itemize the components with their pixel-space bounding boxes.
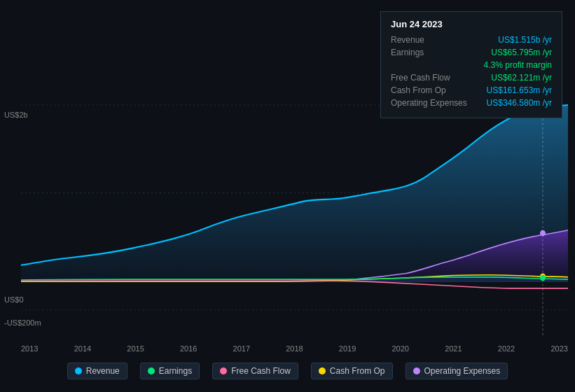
- earnings-dot: [148, 368, 155, 374]
- x-label-2017: 2017: [233, 344, 250, 353]
- x-label-2022: 2022: [498, 344, 515, 353]
- free-cash-value: US$62.121m /yr: [491, 73, 552, 83]
- chart-container: Jun 24 2023 Revenue US$1.515b /yr Earnin…: [0, 0, 575, 392]
- tooltip-row-free-cash: Free Cash Flow US$62.121m /yr: [391, 73, 552, 83]
- earnings-label: Earnings: [391, 48, 468, 57]
- tooltip-row-op-expenses: Operating Expenses US$346.580m /yr: [391, 98, 552, 108]
- legend-label-earnings: Earnings: [159, 366, 192, 376]
- tooltip-date: Jun 24 2023: [391, 19, 552, 29]
- op-expenses-value: US$346.580m /yr: [487, 98, 552, 108]
- profit-margin-row: 4.3% profit margin: [391, 60, 552, 70]
- x-label-2018: 2018: [286, 344, 303, 353]
- x-label-2013: 2013: [21, 344, 38, 353]
- revenue-label: Revenue: [391, 35, 468, 45]
- legend-item-revenue[interactable]: Revenue: [67, 363, 127, 379]
- chart-area: [21, 105, 568, 336]
- tooltip-row-cash-from-op: Cash From Op US$161.653m /yr: [391, 85, 552, 95]
- profit-margin-value: 4.3% profit margin: [484, 60, 552, 70]
- x-label-2014: 2014: [74, 344, 91, 353]
- revenue-value: US$1.515b /yr: [498, 35, 552, 45]
- x-label-2016: 2016: [180, 344, 197, 353]
- legend-label-op-expenses: Operating Expenses: [424, 366, 501, 376]
- x-label-2019: 2019: [339, 344, 356, 353]
- x-label-2023: 2023: [550, 344, 567, 353]
- legend-label-revenue: Revenue: [86, 366, 120, 376]
- x-label-2015: 2015: [127, 344, 144, 353]
- op-expenses-cursor-dot: [540, 230, 546, 237]
- cash-from-op-value: US$161.653m /yr: [487, 85, 552, 95]
- free-cash-label: Free Cash Flow: [391, 73, 468, 83]
- legend-label-free-cash: Free Cash Flow: [231, 366, 291, 376]
- op-expenses-dot: [413, 368, 420, 374]
- earnings-cursor-dot: [540, 275, 546, 281]
- x-axis: 2013 2014 2015 2016 2017 2018 2019 2020 …: [21, 344, 568, 353]
- op-expenses-label: Operating Expenses: [391, 98, 468, 108]
- legend: Revenue Earnings Free Cash Flow Cash Fro…: [0, 363, 575, 379]
- chart-svg: [21, 105, 568, 336]
- legend-label-cash-from-op: Cash From Op: [330, 366, 385, 376]
- legend-item-free-cash[interactable]: Free Cash Flow: [212, 363, 298, 379]
- x-label-2020: 2020: [392, 344, 408, 353]
- legend-item-op-expenses[interactable]: Operating Expenses: [406, 363, 508, 379]
- legend-item-cash-from-op[interactable]: Cash From Op: [311, 363, 393, 379]
- x-label-2021: 2021: [445, 344, 462, 353]
- earnings-value: US$65.795m /yr: [491, 48, 552, 57]
- revenue-dot: [75, 368, 82, 374]
- tooltip-row-revenue: Revenue US$1.515b /yr: [391, 35, 552, 45]
- tooltip-box: Jun 24 2023 Revenue US$1.515b /yr Earnin…: [380, 11, 562, 118]
- free-cash-dot: [220, 368, 227, 374]
- tooltip-row-earnings: Earnings US$65.795m /yr: [391, 48, 552, 57]
- legend-item-earnings[interactable]: Earnings: [140, 363, 200, 379]
- cash-from-op-label: Cash From Op: [391, 85, 468, 95]
- cash-from-op-dot: [319, 368, 326, 374]
